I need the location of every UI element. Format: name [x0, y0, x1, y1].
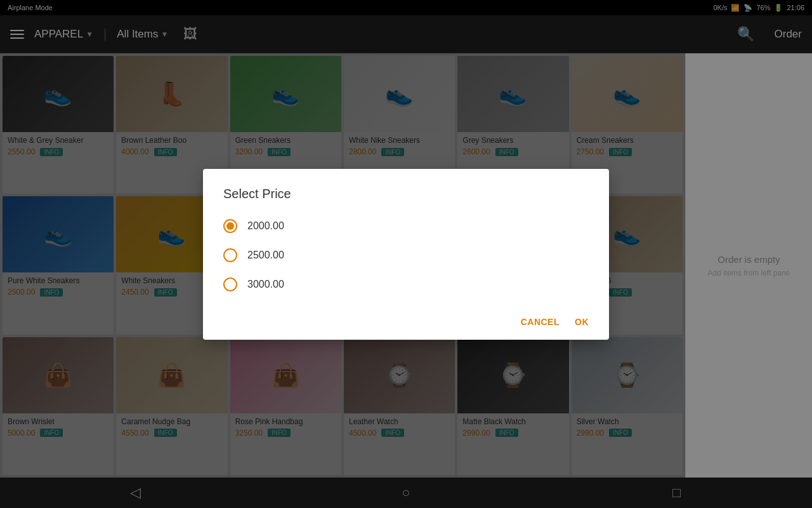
price-option-2500[interactable]: 2500.00: [223, 248, 589, 262]
radio-2500[interactable]: [223, 248, 237, 262]
modal-overlay: Select Price 2000.00 2500.00 3000.00 CAN…: [0, 0, 812, 508]
dialog-actions: CANCEL OK: [223, 307, 589, 327]
radio-2000[interactable]: [223, 219, 237, 233]
price-label-2000: 2000.00: [247, 220, 284, 232]
radio-3000[interactable]: [223, 277, 237, 291]
ok-button[interactable]: OK: [575, 317, 589, 327]
price-label-3000: 3000.00: [247, 279, 284, 290]
price-label-2500: 2500.00: [247, 250, 284, 261]
price-option-2000[interactable]: 2000.00: [223, 219, 589, 233]
dialog-title: Select Price: [223, 187, 589, 201]
price-option-3000[interactable]: 3000.00: [223, 277, 589, 291]
select-price-dialog: Select Price 2000.00 2500.00 3000.00 CAN…: [203, 169, 609, 340]
cancel-button[interactable]: CANCEL: [521, 317, 560, 327]
